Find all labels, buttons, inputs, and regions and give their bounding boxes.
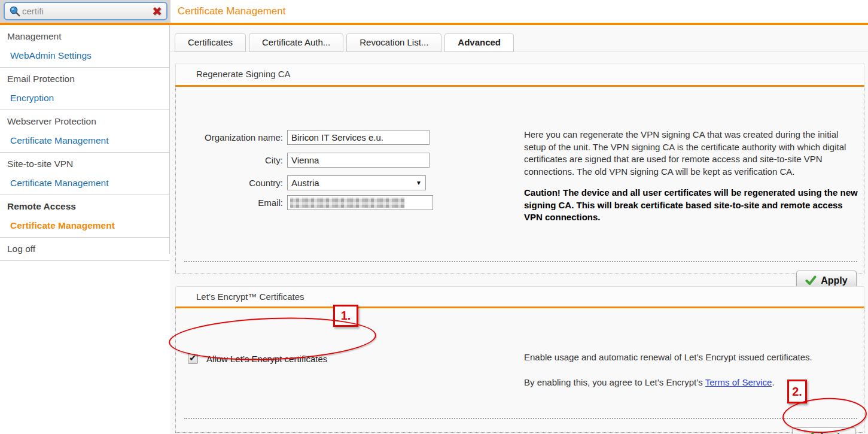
city-label: City:: [176, 153, 283, 168]
terms-line-prefix: By enabling this, you agree to Let’s Enc…: [524, 377, 705, 387]
sidebar-section-email-protection: Email Protection Encryption: [0, 68, 169, 110]
regenerate-signing-ca-panel: Regenerate Signing CA Organization name:…: [175, 63, 864, 274]
check-icon: [805, 275, 817, 286]
email-label: Email:: [176, 195, 283, 211]
lets-encrypt-description-column: Enable usage and automatic renewal of Le…: [524, 351, 860, 389]
webadmin-page: ✖ Certificate Management Management WebA…: [0, 0, 868, 434]
sidebar-header-management: Management: [0, 27, 169, 46]
regenerate-panel-body: Organization name: City: Country: Austri…: [175, 87, 864, 274]
search-icon: [9, 5, 21, 17]
country-select-value: Austria: [291, 178, 319, 188]
lets-encrypt-description: Enable usage and automatic renewal of Le…: [524, 351, 860, 364]
sidebar-item-s2s-cert-management[interactable]: Certificate Management: [0, 174, 169, 193]
apply-button-label: Apply: [821, 275, 847, 286]
sidebar-item-log-off[interactable]: Log off: [0, 239, 169, 259]
regenerate-description-column: Here you can regenerate the VPN signing …: [524, 129, 860, 224]
organization-name-label: Organization name:: [176, 130, 283, 145]
sidebar-header-remote-access: Remote Access: [0, 197, 169, 216]
redacted-email-blur: [290, 198, 405, 208]
sidebar-nav: Management WebAdmin Settings Email Prote…: [0, 25, 169, 261]
sidebar-section-site-to-site-vpn: Site-to-site VPN Certificate Management: [0, 153, 169, 195]
lets-encrypt-panel-title: Let’s Encrypt™ Certificates: [175, 286, 864, 306]
tab-advanced[interactable]: Advanced: [444, 33, 514, 52]
terms-line-suffix: .: [772, 377, 774, 387]
search-box[interactable]: ✖: [4, 2, 167, 20]
regenerate-description: Here you can regenerate the VPN signing …: [524, 129, 860, 178]
country-label: Country:: [176, 175, 283, 191]
sidebar-item-encryption[interactable]: Encryption: [0, 89, 169, 108]
tab-revocation-lists[interactable]: Revocation List...: [346, 33, 441, 52]
sidebar-item-remote-access-cert-management[interactable]: Certificate Management: [0, 216, 169, 235]
sidebar-section-remote-access: Remote Access Certificate Management: [0, 195, 169, 238]
sidebar-section-management: Management WebAdmin Settings: [0, 25, 169, 68]
footer-separator: [184, 261, 857, 262]
tab-certificates[interactable]: Certificates: [175, 33, 246, 52]
footer-separator: [184, 418, 857, 419]
sidebar-header-email-protection: Email Protection: [0, 69, 169, 89]
email-field[interactable]: [287, 195, 433, 210]
terms-of-service-link[interactable]: Terms of Service: [705, 377, 772, 387]
city-field[interactable]: [287, 153, 430, 168]
lets-encrypt-terms-line: By enabling this, you agree to Let’s Enc…: [524, 377, 860, 389]
chevron-down-icon: ▼: [416, 180, 422, 186]
clear-search-icon[interactable]: ✖: [152, 5, 162, 17]
sidebar-header-webserver-protection: Webserver Protection: [0, 112, 169, 131]
regenerate-panel-title: Regenerate Signing CA: [175, 63, 864, 85]
organization-name-field[interactable]: [287, 130, 430, 145]
country-select[interactable]: Austria ▼: [287, 175, 426, 190]
sidebar-section-webserver-protection: Webserver Protection Certificate Managem…: [0, 110, 169, 153]
tab-bar: Certificates Certificate Auth... Revocat…: [175, 33, 514, 52]
page-title: Certificate Management: [178, 0, 285, 23]
regenerate-caution-text: Caution! The device and all user certifi…: [524, 187, 860, 224]
annotation-step-2-badge: 2.: [787, 380, 807, 403]
search-input[interactable]: [22, 6, 152, 16]
sidebar-section-log-off: Log off: [0, 238, 169, 261]
sidebar-item-webadmin-settings[interactable]: WebAdmin Settings: [0, 46, 169, 65]
tab-certificate-authority[interactable]: Certificate Auth...: [249, 33, 343, 52]
sidebar-item-webserver-cert-management[interactable]: Certificate Management: [0, 131, 169, 150]
sidebar-header-site-to-site-vpn: Site-to-site VPN: [0, 154, 169, 174]
